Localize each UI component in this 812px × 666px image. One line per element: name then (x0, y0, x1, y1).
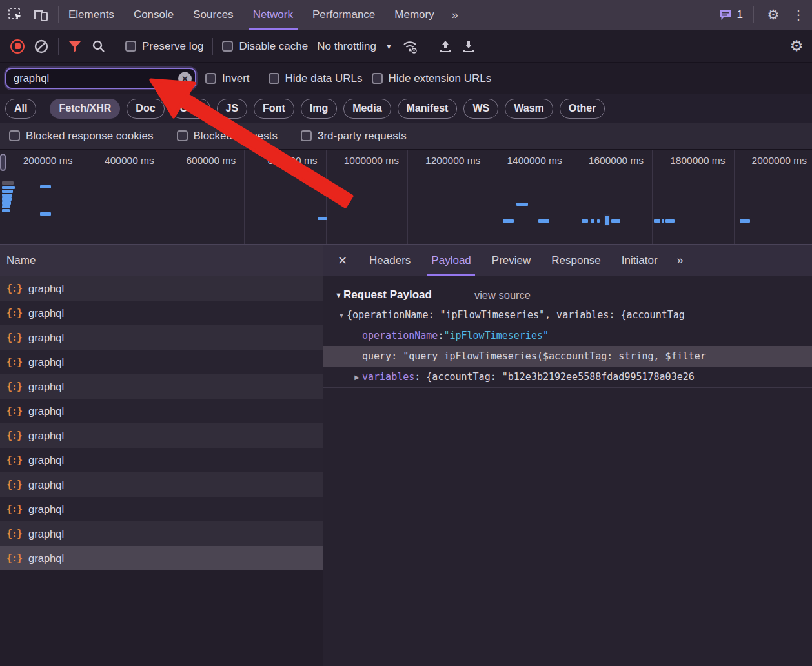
device-toolbar-icon[interactable] (32, 7, 49, 23)
payload-segment-plain: {operationName: "ipFlowTimeseries", vari… (347, 309, 685, 321)
waterfall-bar[interactable] (2, 181, 14, 185)
invert-checkbox[interactable]: Invert (205, 72, 250, 85)
waterfall-bar[interactable] (40, 185, 51, 188)
chip-doc[interactable]: Doc (127, 99, 164, 119)
network-settings-gear-icon[interactable]: ⚙ (787, 37, 806, 56)
request-row[interactable]: {:}graphql (0, 350, 323, 374)
waterfall-bar[interactable] (2, 194, 12, 197)
kebab-menu-icon[interactable]: ⋮ (793, 6, 804, 24)
detail-more-tabs-icon[interactable]: » (668, 245, 694, 276)
tab-memory[interactable]: Memory (385, 0, 443, 30)
search-icon[interactable] (91, 39, 107, 54)
tab-console[interactable]: Console (124, 0, 183, 30)
waterfall-bar[interactable] (662, 219, 664, 223)
fetch-json-icon: {:} (6, 283, 22, 294)
close-detail-icon[interactable]: ✕ (323, 245, 359, 276)
waterfall-bar[interactable] (597, 219, 600, 223)
tab-elements[interactable]: Elements (59, 0, 124, 30)
3rd-party-requests-checkbox[interactable]: 3rd-party requests (301, 130, 407, 143)
network-conditions-icon[interactable] (401, 39, 420, 54)
request-row[interactable]: {:}graphql (0, 374, 323, 399)
request-row[interactable]: {:}graphql (0, 276, 323, 301)
request-row[interactable]: {:}graphql (0, 325, 323, 350)
chip-css[interactable]: CSS (171, 99, 210, 119)
network-overview-timeline[interactable]: 200000 ms400000 ms600000 ms800000 ms1000… (0, 150, 812, 245)
throttling-dropdown[interactable]: No throttling ▼ (317, 40, 392, 53)
detail-tab-payload[interactable]: Payload (421, 245, 481, 276)
request-row[interactable]: {:}graphql (0, 301, 323, 325)
detail-tab-preview[interactable]: Preview (482, 245, 541, 276)
request-row[interactable]: {:}graphql (0, 399, 323, 423)
waterfall-bar[interactable] (604, 214, 610, 226)
hide-data-urls-checkbox[interactable]: Hide data URLs (269, 72, 363, 85)
tab-sources[interactable]: Sources (183, 0, 243, 30)
message-bubble-icon (718, 8, 733, 22)
filter-input[interactable] (5, 68, 196, 89)
waterfall-bar[interactable] (591, 219, 594, 223)
chip-img[interactable]: Img (301, 99, 337, 119)
waterfall-bar[interactable] (2, 186, 15, 189)
filter-toggle-icon[interactable] (68, 39, 82, 54)
console-messages-badge[interactable]: 1 (718, 8, 743, 22)
chip-fetch-xhr[interactable]: Fetch/XHR (50, 99, 120, 119)
blocked-requests-checkbox[interactable]: Blocked requests (177, 130, 278, 143)
chip-ws[interactable]: WS (463, 99, 498, 119)
hide-extension-urls-checkbox[interactable]: Hide extension URLs (372, 72, 492, 85)
clear-filter-icon[interactable]: ✕ (178, 72, 192, 85)
waterfall-bar[interactable] (40, 212, 51, 216)
chip-other[interactable]: Other (560, 99, 605, 119)
more-tabs-icon[interactable]: » (444, 0, 467, 30)
waterfall-bar[interactable] (2, 197, 12, 201)
chip-js[interactable]: JS (217, 99, 248, 119)
request-payload-title[interactable]: ▼ Request Payload (335, 288, 432, 301)
settings-gear-icon[interactable]: ⚙ (764, 6, 782, 24)
tab-network[interactable]: Network (243, 0, 303, 30)
request-row[interactable]: {:}graphql (0, 546, 323, 570)
request-row[interactable]: {:}graphql (0, 472, 323, 497)
chip-manifest[interactable]: Manifest (398, 99, 458, 119)
tab-performance[interactable]: Performance (303, 0, 385, 30)
payload-line[interactable]: query: "query ipFlowTimeseries($accountT… (323, 346, 812, 367)
detail-tab-initiator[interactable]: Initiator (611, 245, 668, 276)
chip-all[interactable]: All (5, 99, 36, 119)
expand-icon[interactable]: ▶ (352, 374, 362, 381)
request-row[interactable]: {:}graphql (0, 521, 323, 546)
waterfall-bar[interactable] (611, 219, 620, 223)
request-row[interactable]: {:}graphql (0, 448, 323, 472)
waterfall-bar[interactable] (318, 217, 327, 220)
view-source-link[interactable]: view source (474, 289, 531, 301)
overview-left-grip[interactable] (0, 154, 6, 171)
chip-media[interactable]: Media (343, 99, 391, 119)
waterfall-bar[interactable] (516, 203, 528, 206)
record-network-log-button[interactable] (10, 39, 25, 54)
waterfall-bar[interactable] (654, 219, 660, 223)
detail-tab-headers[interactable]: Headers (359, 245, 421, 276)
disable-cache-checkbox[interactable]: Disable cache (222, 40, 308, 53)
import-har-icon[interactable] (438, 39, 452, 54)
waterfall-bar[interactable] (503, 219, 514, 223)
waterfall-bar[interactable] (2, 201, 11, 205)
waterfall-bar[interactable] (665, 219, 675, 223)
payload-line[interactable]: operationName: "ipFlowTimeseries" (323, 325, 812, 346)
requests-panel: Name {:}graphql{:}graphql{:}graphql{:}gr… (0, 245, 323, 666)
name-column-header[interactable]: Name (0, 245, 323, 276)
waterfall-bar[interactable] (538, 219, 549, 223)
inspect-element-icon[interactable] (8, 7, 23, 23)
export-har-icon[interactable] (462, 39, 476, 54)
waterfall-bar[interactable] (740, 219, 750, 223)
clear-network-log-button[interactable] (34, 39, 49, 54)
blocked-response-cookies-checkbox[interactable]: Blocked response cookies (9, 130, 154, 143)
waterfall-bar[interactable] (582, 219, 588, 223)
payload-line[interactable]: ▼{operationName: "ipFlowTimeseries", var… (323, 305, 812, 325)
chip-wasm[interactable]: Wasm (505, 99, 553, 119)
chip-font[interactable]: Font (254, 99, 294, 119)
waterfall-bar[interactable] (2, 190, 13, 193)
waterfall-bar[interactable] (2, 205, 10, 208)
request-row[interactable]: {:}graphql (0, 423, 323, 448)
request-row[interactable]: {:}graphql (0, 497, 323, 521)
preserve-log-checkbox[interactable]: Preserve log (125, 40, 203, 53)
detail-tab-response[interactable]: Response (541, 245, 611, 276)
collapse-icon[interactable]: ▼ (336, 312, 347, 319)
waterfall-bar[interactable] (2, 209, 10, 212)
payload-line[interactable]: ▶variables: {accountTag: "b12e3b2192ee55… (323, 367, 812, 387)
